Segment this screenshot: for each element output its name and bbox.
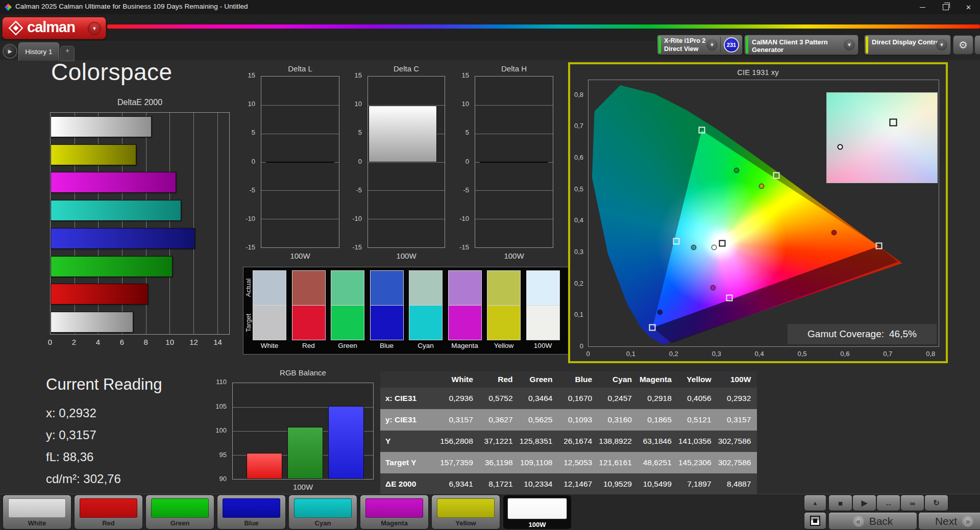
meter-dropdown[interactable]: X-Rite i1Pro 2 Direct View ▼ 231 — [657, 35, 743, 55]
cie-y-tick-label: 0,2 — [570, 280, 585, 287]
stop-button[interactable]: ■ — [829, 495, 852, 511]
next-button[interactable]: Next » — [919, 513, 980, 529]
pattern-button-yellow[interactable]: Yellow — [432, 495, 500, 529]
cie-y-tick-label: 0,3 — [570, 248, 585, 256]
tab-scroll-button[interactable]: ▶ — [3, 44, 17, 59]
cie-y-tick-label: 0,5 — [570, 185, 585, 193]
delta-chart-title: Delta C — [368, 64, 445, 73]
pattern-button-green[interactable]: Green — [146, 495, 214, 529]
column-header-white: White — [439, 371, 479, 388]
gridline — [475, 219, 553, 219]
current-reading-line: x: 0,2932 — [46, 402, 121, 424]
minimize-button[interactable] — [911, 0, 934, 14]
display-control-dropdown[interactable]: Direct Display Control ▼ — [864, 35, 951, 55]
settings-button[interactable]: ⚙ — [953, 35, 973, 55]
source-dropdown[interactable]: CalMAN Client 3 Pattern Generator ▼ — [744, 35, 859, 55]
collapse-icon: ▲ — [813, 500, 818, 506]
table-cell: 0,3160 — [598, 409, 638, 431]
deltae-bar-100w — [51, 116, 152, 137]
table-cell: 6,9341 — [439, 473, 479, 495]
row-label: Y — [380, 431, 439, 452]
close-button[interactable]: ✕ — [957, 0, 980, 14]
pattern-button-blue[interactable]: Blue — [217, 495, 285, 529]
meter-line2: Direct View — [664, 45, 705, 53]
measured-point-cyan — [691, 245, 696, 250]
swatch-column-label: Red — [289, 342, 329, 349]
pattern-button-red[interactable]: Red — [75, 495, 142, 529]
maximize-button[interactable] — [934, 0, 957, 14]
actual-swatch — [448, 270, 482, 305]
swatch-column-red: Red — [292, 267, 326, 355]
refresh-button[interactable]: ↻ — [925, 495, 948, 511]
y-axis-tick-label: -10 — [345, 215, 365, 222]
back-label: Back — [869, 515, 893, 527]
table-row: ΔE 20006,93418,172110,233412,146710,9529… — [380, 473, 757, 495]
gridline — [475, 105, 553, 106]
rgb-bar-blue — [328, 406, 364, 479]
table-cell: 0,5121 — [678, 409, 718, 431]
zero-value-line — [480, 162, 548, 163]
zero-value-line — [266, 162, 334, 163]
y-axis-tick-label: 5 — [345, 129, 365, 136]
row-label: x: CIE31 — [380, 388, 439, 409]
pattern-button-100w[interactable]: 100W — [503, 495, 571, 529]
pattern-button-cyan[interactable]: Cyan — [289, 495, 357, 529]
back-button[interactable]: « Back — [829, 513, 917, 529]
pattern-swatch — [8, 498, 66, 518]
cie-y-tick-label: 0,7 — [570, 122, 585, 130]
gridline — [261, 219, 339, 219]
row-label: ΔE 2000 — [380, 473, 439, 495]
cie-x-tick-label: 0,3 — [712, 350, 721, 358]
calman-menu-button[interactable]: calman ▼ — [2, 17, 106, 39]
chevron-down-icon: ▼ — [844, 39, 855, 51]
title-bar[interactable]: Calman 2025 Calman Ultimate for Business… — [0, 0, 980, 14]
deltae-x-tick: 14 — [213, 338, 222, 346]
table-cell: 37,1221 — [479, 431, 519, 452]
range-button[interactable]: ↔ — [877, 495, 900, 511]
cie-x-tick-label: 0,5 — [797, 350, 806, 358]
swatch-column-cyan: Cyan — [409, 267, 443, 355]
pattern-window-mode-button[interactable] — [804, 513, 826, 529]
pattern-button-magenta[interactable]: Magenta — [360, 495, 428, 529]
chevron-down-icon: ▼ — [706, 39, 718, 51]
table-cell: 8,1721 — [479, 473, 519, 495]
pattern-swatch — [294, 498, 352, 518]
table-cell: 145,2306 — [678, 452, 718, 473]
pattern-swatch — [151, 498, 209, 518]
panel-collapse-button[interactable]: ◀ — [974, 35, 980, 55]
meter-count-badge[interactable]: 231 — [724, 37, 739, 53]
target-swatch — [487, 305, 521, 340]
gridline — [169, 113, 170, 334]
pattern-swatch — [507, 498, 567, 519]
deltae-chart-title: DeltaE 2000 — [50, 98, 230, 107]
current-reading-line: fL: 88,36 — [46, 446, 121, 468]
gridline — [475, 134, 553, 134]
y-axis-tick-label: -15 — [452, 243, 472, 251]
current-reading-line: cd/m²: 302,76 — [46, 468, 121, 490]
pattern-label: 100W — [503, 521, 571, 528]
table-cell: 26,1674 — [558, 431, 598, 452]
table-cell: 0,4056 — [678, 388, 718, 409]
actual-swatch — [331, 270, 364, 305]
continuous-button[interactable]: ∞ — [901, 495, 924, 511]
play-button[interactable]: ▶ — [853, 495, 876, 511]
rgb-balance-chart: RGB Balance 100W 1101051009590 — [209, 368, 383, 498]
measured-point-green — [734, 168, 739, 173]
y-axis-tick-label: 10 — [452, 100, 472, 108]
cie-x-tick-label: 0,2 — [669, 350, 678, 358]
divider — [720, 37, 721, 53]
y-axis-tick-label: 0 — [345, 158, 365, 165]
target-marker-yellow — [773, 172, 780, 179]
table-cell: 0,3157 — [439, 409, 479, 431]
range-icon: ↔ — [885, 499, 892, 508]
calman-dropdown-icon[interactable]: ▼ — [88, 22, 101, 35]
table-cell: 157,7359 — [439, 452, 479, 473]
pattern-button-white[interactable]: White — [3, 495, 71, 529]
target-swatch — [448, 305, 482, 340]
collapse-panel-button[interactable]: ▲ — [804, 495, 826, 511]
display-label: Direct Display Control — [872, 38, 942, 46]
rgb-y-tick-label: 95 — [209, 451, 230, 459]
column-header-blue: Blue — [558, 371, 598, 388]
calman-diamond-icon — [8, 20, 24, 36]
deltae-x-tick: 0 — [48, 338, 52, 346]
